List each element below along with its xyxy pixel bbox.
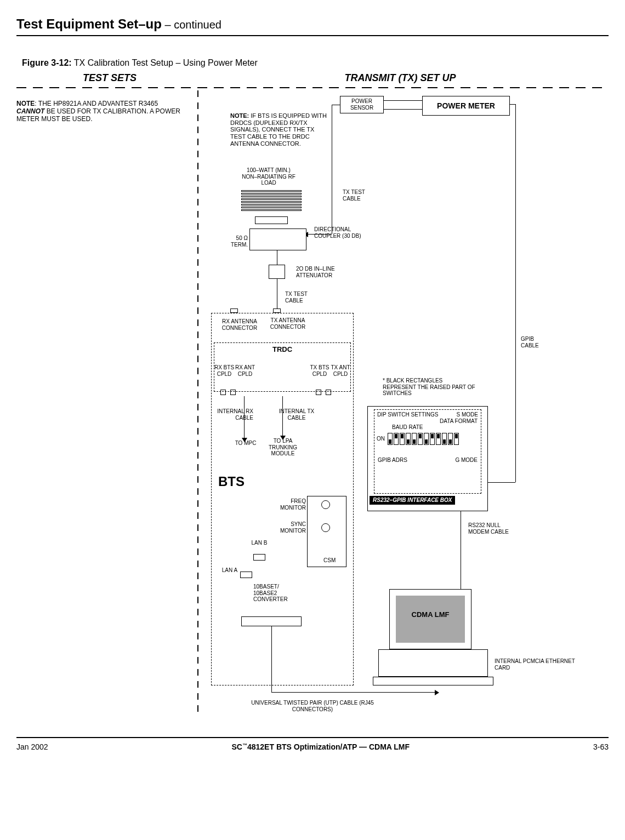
on-label: ON	[377, 436, 385, 442]
gpib-cable-line2	[515, 356, 516, 482]
tx-test-cable-upper: TX TEST CABLE	[343, 189, 376, 202]
dip-6	[418, 433, 423, 445]
footer-center-b: 4812ET BTS Optimization/ATP — CDMA LMF	[247, 742, 410, 751]
note-right: NOTE: IF BTS IS EQUIPPED WITH DRDCS (DUP…	[230, 112, 329, 147]
trdc-port-row-right	[316, 390, 331, 397]
dip-11	[448, 433, 453, 445]
data-format: DATA FORMAT	[378, 418, 478, 425]
converter-label: 10BASET/ 10BASE2 CONVERTER	[253, 584, 303, 603]
tx-ant-connector-label: TX ANTENNA CONNECTOR	[263, 317, 312, 330]
dip-top-row: DIP SWITCH SETTINGS S MODE	[377, 412, 478, 418]
internal-tx-line	[282, 396, 283, 437]
figure-caption-text: TX Calibration Test Setup – Using Power …	[72, 58, 258, 67]
dip-12	[454, 433, 459, 445]
dip-5	[412, 433, 417, 445]
dip-9	[436, 433, 441, 445]
wire-sensor-to-meter-top	[384, 100, 422, 101]
freq-monitor-port	[321, 500, 330, 509]
laptop-screen-inner: CDMA LMF	[396, 596, 465, 643]
term-label: 50 Ω TERM.	[224, 235, 248, 248]
lan-a-port	[240, 572, 252, 578]
footer-date: Jan 2002	[16, 742, 48, 751]
rf-load-base	[255, 216, 288, 224]
g-mode: G MODE	[455, 457, 478, 464]
page-title-main: Test Equipment Set–up	[16, 16, 162, 31]
laptop-front	[373, 677, 493, 685]
dip-title: DIP SWITCH SETTINGS	[377, 412, 439, 418]
internal-rx-cable: INTERNAL RX CABLE	[215, 408, 253, 421]
note-left-body-a: : THE HP8921A AND ADVANTEST R3465	[35, 100, 158, 107]
rf-load-icon	[241, 190, 302, 212]
directional-coupler-label: DIRECTIONAL COUPLER (30 DB)	[314, 226, 363, 239]
page-title-suffix: – continued	[162, 19, 221, 31]
dip-7	[424, 433, 429, 445]
rx-ant-connector-label: RX ANTENNA CONNECTOR	[215, 318, 264, 331]
tx-bts-cpld: TX BTS CPLD	[309, 364, 330, 377]
footer: Jan 2002 SC™4812ET BTS Optimization/ATP …	[16, 737, 609, 751]
trdc-label: TRDC	[214, 346, 351, 354]
atten-to-bts	[277, 279, 277, 313]
gpib-cable-label: GPIB CABLE	[521, 336, 548, 348]
section-right-title: TRANSMIT (TX) SET UP	[203, 72, 598, 84]
freq-monitor: FREQ MONITOR	[274, 498, 306, 511]
dip-10	[442, 433, 447, 445]
rf-load-label: 100–WATT (MIN.) NON–RADIATING RF LOAD	[238, 167, 299, 186]
coupler-to-atten	[277, 250, 277, 265]
tx-test-cable-lower: TX TEST CABLE	[285, 291, 318, 304]
rx-bts-cpld: RX BTS CPLD	[214, 364, 235, 377]
lan-b: LAN B	[251, 540, 268, 546]
converter-box	[241, 616, 302, 626]
footer-tm: ™	[242, 742, 247, 748]
sensor-down-line	[332, 105, 332, 234]
section-divider-vertical	[197, 90, 198, 715]
power-sensor-box: POWER SENSOR	[340, 96, 384, 113]
wire-sensor-to-meter-bot	[384, 109, 422, 110]
directional-coupler-box	[249, 228, 306, 250]
note-right-prefix: NOTE:	[230, 112, 249, 119]
figure-caption: Figure 3-12: TX Calibration Test Setup –…	[22, 58, 609, 68]
dip-8	[430, 433, 435, 445]
utp-line-h	[271, 692, 436, 693]
note-left: NOTE: THE HP8921A AND ADVANTEST R3465 CA…	[16, 100, 181, 123]
dip-4	[406, 433, 411, 445]
attenuator-box	[269, 265, 285, 279]
laptop-base	[378, 649, 488, 677]
tx-ant-connector-icon	[273, 308, 281, 313]
power-meter-box: POWER METER	[422, 96, 510, 116]
dip-2	[394, 433, 399, 445]
tx-ant-cpld: TX ANT CPLD	[330, 364, 351, 377]
dip-switch-row: ON	[377, 433, 479, 445]
note-left-prefix: NOTE	[16, 100, 35, 107]
section-divider-horizontal	[16, 87, 609, 88]
dip-3	[400, 433, 405, 445]
attenuator-label: 2O DB IN–LINE ATTENUATOR	[296, 266, 351, 278]
sync-monitor-port	[321, 523, 330, 532]
to-lpa: TO LPA TRUNKING MODULE	[261, 438, 305, 457]
section-left-title: TEST SETS	[16, 72, 203, 84]
note-left-emph: CANNOT	[16, 107, 44, 115]
internal-rx-line	[244, 396, 245, 439]
gpib-hook	[510, 104, 515, 105]
cdma-lmf-label: CDMA LMF	[412, 610, 450, 619]
power-meter-label: POWER METER	[437, 101, 495, 110]
gpib-cable-line	[515, 104, 516, 356]
interface-box-label: RS232–GPIB INTERFACE BOX	[370, 496, 455, 505]
csm-label: CSM	[323, 557, 336, 564]
section-headers: TEST SETS TRANSMIT (TX) SET UP	[16, 72, 609, 84]
rx-ant-cpld: RX ANT CPLD	[235, 364, 255, 377]
sensor-hook	[332, 105, 340, 105]
footer-page: 3-63	[593, 742, 609, 751]
dip-note: * BLACK RECTANGLES REPRESENT THE RAISED …	[383, 378, 476, 397]
footer-title: SC™4812ET BTS Optimization/ATP — CDMA LM…	[232, 742, 410, 751]
utp-line-v	[271, 626, 272, 692]
baud-rate: BAUD RATE	[392, 424, 481, 431]
gpib-adrs: GPIB ADRS	[378, 457, 407, 464]
rx-ant-connector-icon	[230, 308, 238, 313]
rs232-null-modem-cable: RS232 NULL MODEM CABLE	[468, 522, 518, 535]
lan-b-port	[253, 554, 265, 561]
interface-box-label-wrap: RS232–GPIB INTERFACE BOX	[370, 496, 455, 505]
utp-label: UNIVERSAL TWISTED PAIR (UTP) CABLE (RJ45…	[247, 700, 378, 712]
lan-a: LAN A	[221, 567, 238, 574]
dip-bottom-row: GPIB ADRS G MODE	[378, 457, 478, 464]
sync-monitor: SYNC MONITOR	[274, 521, 306, 534]
